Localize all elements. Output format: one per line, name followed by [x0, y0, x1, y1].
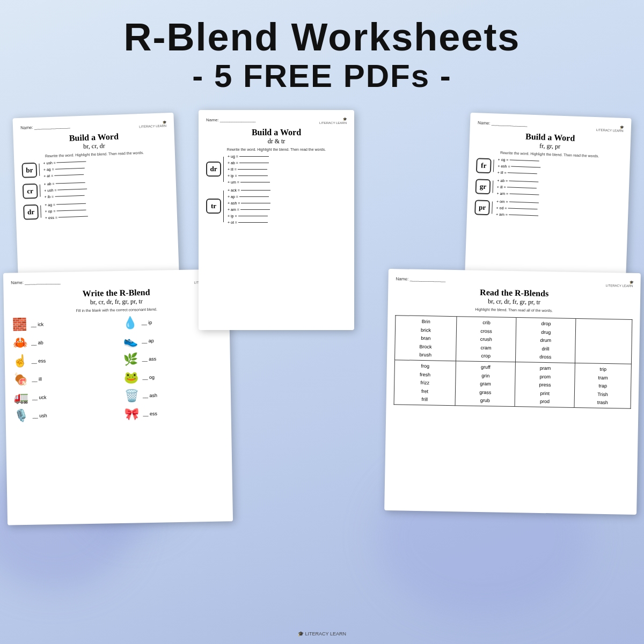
ws4-name: Name: _______________ — [11, 280, 61, 286]
frog-blank: __ og — [142, 375, 155, 380]
ws2-dr-lines: + ug = + ab = + ill = + ip = + um = — [223, 155, 270, 184]
ws3-gr-line1: + ab = — [497, 179, 539, 184]
ws2-tr-lines: + ack = + ap = + ash = + am = + ip = + o… — [223, 188, 270, 224]
ws2-name: Name: _______________ — [206, 118, 256, 122]
ws3-blend-pr: pr + om = + od = + am = — [474, 199, 621, 221]
trap-blank: __ ap — [142, 338, 154, 343]
read-cell-gr: gruff grin gram grass grub — [455, 361, 515, 407]
trash-blank: __ ash — [143, 393, 157, 398]
ws3-gr-lines: + ab = + ill = + am = — [492, 179, 539, 197]
press-blank: __ ess — [32, 358, 46, 364]
ws3-blend-fr: fr + og = + esh = + ill = — [476, 157, 623, 179]
read-cell-dr: drop drug drum drill dross — [516, 318, 576, 363]
ws2-dr-line2: + ab = — [228, 161, 270, 165]
ws4-item-press: ☝️ __ ess — [12, 353, 112, 369]
ws1-br-lines: + ush = + ag = + at = — [39, 160, 86, 178]
trap-icon: 👟 — [122, 334, 138, 349]
ws1-dr-line3: + ess = — [45, 215, 88, 220]
brick-blank: __ ick — [31, 322, 44, 327]
brick-icon: 🧱 — [11, 318, 27, 332]
blend-box-br: br — [21, 163, 37, 178]
press-icon: ☝️ — [12, 354, 28, 369]
ws1-dr-lines: + ag = + op = + ess = — [40, 202, 88, 220]
ws1-dr-line2: + op = — [45, 208, 87, 214]
ws3-fr-lines: + og = + esh = + ill = — [493, 158, 541, 176]
grass-icon: 🌿 — [123, 353, 139, 367]
ws1-br-line3: + at = — [43, 173, 87, 178]
ws4-item-grass: 🌿 __ ass — [123, 351, 223, 367]
ws1-blend-br: br + ush = + ag = + at = — [21, 157, 168, 179]
ws3-blend-box-fr: fr — [476, 158, 492, 173]
ws2-dr-line4: + ip = — [228, 174, 270, 178]
main-title: R-Blend Worksheets — [11, 16, 633, 58]
truck-blank: __ uck — [32, 395, 47, 400]
ws1-cr-line3: + ib = — [45, 194, 88, 199]
read-table: Brin brick bran Brock brush crib cross c… — [394, 316, 633, 409]
ws1-br-line1: + ush = — [43, 160, 86, 165]
frog-icon: 🐸 — [123, 371, 139, 385]
ws2-dr-line1: + ug = — [228, 155, 270, 158]
read-cell-br: Brin brick bran Brock brush — [394, 316, 457, 361]
drip-icon: 💧 — [122, 316, 138, 331]
ws2-title: Build a Word — [206, 128, 347, 137]
brush-icon: 🎙️ — [13, 409, 29, 423]
ws1-name: Name: _______________ — [20, 124, 70, 130]
footer-logo: 🎓 LITERACY LEARN — [298, 631, 346, 636]
ws4-grid: 🧱 __ ick 💧 __ ip 🦀 __ ab 👟 __ ap ☝️ __ e… — [11, 314, 223, 423]
ws2-header: Name: _______________ 🎓LITERACY LEARN — [206, 118, 347, 125]
ws4-item-frog: 🐸 __ og — [123, 369, 223, 385]
crab-blank: __ ab — [31, 340, 43, 346]
blend-box-dr: dr — [23, 204, 39, 220]
ws2-blend-box-dr: dr — [206, 162, 221, 177]
ws2-instruction: Rewrite the word. Highlight the blend. T… — [206, 148, 347, 151]
ws1-cr-lines: + ab = + ush = + ib = — [40, 181, 87, 199]
ws3-blend-box-pr: pr — [474, 200, 490, 215]
ws3-gr-line3: + am = — [496, 192, 539, 197]
worksheet-card-5: Name: _______________ 🎓LITERACY LEARN Re… — [384, 269, 641, 515]
ws2-subtitle: dr & tr — [206, 137, 347, 145]
ws2-tr-line5: + ip = — [228, 214, 270, 218]
header: R-Blend Worksheets - 5 FREE PDFs - — [0, 0, 644, 105]
ws5-logo: 🎓LITERACY LEARN — [605, 280, 633, 288]
ws1-cr-line1: + ab = — [44, 181, 87, 186]
ws2-tr-line1: + ack = — [228, 188, 270, 192]
ws3-pr-line1: + om = — [496, 200, 539, 205]
read-cell-empty — [575, 319, 632, 364]
ws3-blend-box-gr: gr — [475, 179, 491, 194]
ws1-blend-cr: cr + ab = + ush = + ib = — [23, 178, 169, 200]
ws2-tr-line4: + am = — [228, 208, 270, 211]
ws4-item-brush: 🎙️ __ ush — [13, 408, 113, 423]
ws2-logo: 🎓LITERACY LEARN — [319, 118, 347, 125]
ws1-br-line2: + ag = — [43, 166, 87, 172]
ws4-item-grill: 🍖 __ ill — [12, 371, 112, 387]
read-cell-pr: pram prom press print prod — [515, 362, 575, 408]
ws2-dr-line3: + ill = — [228, 167, 270, 171]
sub-title: - 5 FREE PDFs - — [11, 58, 633, 94]
ws4-header: Name: _______________ 🎓LITERACY LEARN — [11, 277, 221, 288]
ws1-blend-dr: dr + ag = + op = + ess = — [23, 199, 170, 221]
read-cell-cr: crib cross crush cram crop — [456, 317, 516, 362]
worksheet-card-2: Name: _______________ 🎓LITERACY LEARN Bu… — [199, 110, 354, 330]
ws3-logo: 🎓LITERACY LEARN — [596, 125, 624, 133]
brush-blank: __ ush — [33, 413, 47, 419]
ws3-name: Name: _______________ — [478, 121, 528, 127]
ws2-blend-tr: tr + ack = + ap = + ash = + am = + ip = … — [206, 188, 347, 224]
blend-box-cr: cr — [23, 184, 38, 199]
ws2-tr-line2: + ap = — [228, 195, 270, 199]
ws3-pr-line2: + od = — [496, 206, 538, 211]
ws3-fr-line3: + ill = — [497, 171, 541, 176]
ws3-fr-line1: + og = — [498, 158, 541, 163]
ws1-cr-line2: + ush = — [44, 187, 87, 193]
ws4-item-trash: 🗑️ __ ash — [123, 387, 223, 403]
dress-icon: 🎀 — [123, 407, 140, 422]
ws2-blend-box-tr: tr — [206, 199, 221, 214]
ws4-item-trap: 👟 __ ap — [122, 333, 222, 348]
ws4-item-brick: 🧱 __ ick — [11, 317, 111, 332]
grill-blank: __ ill — [32, 377, 42, 382]
ws1-dr-line1: + ag = — [45, 202, 87, 207]
grill-icon: 🍖 — [12, 372, 28, 387]
worksheets-container: Name: _______________ 🎓LITERACY LEARN Bu… — [0, 105, 644, 555]
ws4-instruction: Fill in the blank with the correct conso… — [11, 306, 222, 314]
ws4-item-truck: 🚛 __ uck — [13, 390, 113, 405]
ws2-blend-dr: dr + ug = + ab = + ill = + ip = + um = — [206, 155, 347, 184]
